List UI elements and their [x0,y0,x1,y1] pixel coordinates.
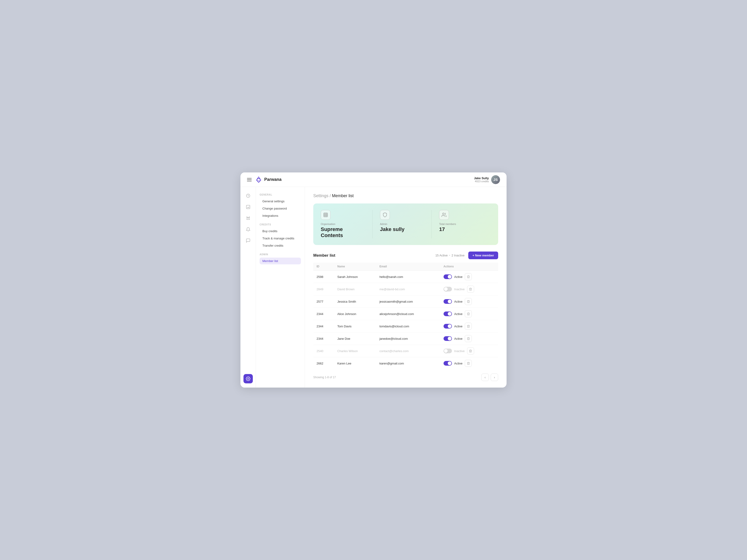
cell-id: 2662 [313,357,334,370]
user-credits: 4023 credits [474,180,489,183]
cell-id: 2540 [313,345,334,357]
sidebar-icon-dashboard[interactable] [243,191,253,201]
cell-actions: Active [440,295,498,308]
cell-actions: Active [440,332,498,345]
cell-email: me@david-bd.com [376,283,440,295]
pagination-prev[interactable]: ‹ [481,374,489,381]
cell-name: David Brown [334,283,376,295]
nav-item-track-credits[interactable]: Track & manage credits [260,235,301,242]
delete-button[interactable] [465,323,472,330]
stats-dot: • [449,254,450,257]
status-toggle[interactable] [443,324,452,328]
stat-organisation: Organisation Supreme Contents [321,210,372,238]
nav-label-admin: ADMIN [260,253,301,256]
table-row: 2540 Charles Wilson contact@charles.com … [313,345,498,357]
member-list-title: Member list [313,253,335,258]
status-toggle[interactable] [443,349,452,353]
status-label: Active [454,337,462,341]
svg-point-2 [248,378,249,379]
total-members-value: 17 [439,226,483,232]
app-name: Parwana [264,177,282,182]
main-content: Settings / Member list Organisation Supr… [305,187,507,388]
cell-id: 2344 [313,308,334,320]
cell-actions: Active [440,308,498,320]
delete-button[interactable] [465,310,472,317]
nav-item-buy-credits[interactable]: Buy credits [260,228,301,235]
breadcrumb-separator: / [330,193,332,198]
status-toggle[interactable] [443,336,452,341]
user-info: Jake Sully 4023 credits [474,177,489,183]
nav-item-general-settings[interactable]: General settings [260,198,301,205]
status-toggle[interactable] [443,274,452,279]
cell-actions: Active [440,271,498,283]
delete-button[interactable] [465,298,472,305]
table-row: 2662 Karen Lee karen@gmail.com Active [313,357,498,370]
status-label: Inactive [454,349,465,353]
delete-button[interactable] [467,347,474,354]
col-actions: Actions [440,263,498,271]
member-list-header: Member list 15 Active • 2 Inactive + New… [313,251,498,259]
table-row: 2344 Alice Johnson alicejohnson@icloud.c… [313,308,498,320]
total-members-icon [439,210,449,220]
sidebar-icon-analytics[interactable] [243,202,253,212]
cell-name: Jane Doe [334,332,376,345]
nav-section-credits: CREDITS Buy credits Track & manage credi… [260,223,301,249]
status-label: Active [454,312,462,316]
cell-name: Alice Johnson [334,308,376,320]
pagination-info: Showing 1-8 of 17 [313,376,336,379]
admin-icon [380,210,390,220]
delete-button[interactable] [465,360,472,367]
header-right: Jake Sully 4023 credits JS [474,175,500,184]
stat-admin: Admin Jake sully [380,210,432,238]
sidebar-icon-campaigns[interactable] [243,213,253,223]
cell-email: tomdavis@icloud.com [376,320,440,332]
pagination-buttons: ‹ › [481,374,498,381]
cell-id: 2577 [313,295,334,308]
member-table: ID Name Email Actions 2598 Sarah Johnson… [313,263,498,369]
nav-item-integrations[interactable]: Integrations [260,212,301,219]
cell-name: Tom Davis [334,320,376,332]
col-id: ID [313,263,334,271]
nav-item-change-password[interactable]: Change password [260,205,301,212]
hamburger-menu[interactable] [247,178,252,181]
status-toggle[interactable] [443,287,452,291]
breadcrumb-parent: Settings [313,193,329,198]
cell-name: Karen Lee [334,357,376,370]
table-row: 2344 Tom Davis tomdavis@icloud.com Activ… [313,320,498,332]
delete-button[interactable] [465,273,472,280]
nav-label-credits: CREDITS [260,223,301,226]
col-email: Email [376,263,440,271]
nav-item-transfer-credits[interactable]: Transfer credits [260,242,301,249]
svg-point-4 [443,213,444,215]
nav-item-member-list[interactable]: Member list [260,258,301,264]
breadcrumb-current: Member list [332,193,354,198]
avatar[interactable]: JS [491,175,500,184]
sidebar-icon-messages[interactable] [243,236,253,245]
status-toggle[interactable] [443,299,452,304]
avatar-image: JS [491,175,500,184]
cell-email: karen@gmail.com [376,357,440,370]
table-row: 2577 Jessica Smith jessicasmith@gmail.co… [313,295,498,308]
status-toggle[interactable] [443,312,452,316]
admin-label: Admin [380,222,424,225]
delete-button[interactable] [467,286,474,293]
status-label: Active [454,300,462,303]
cell-actions: Active [440,320,498,332]
status-toggle[interactable] [443,361,452,366]
new-member-button[interactable]: + New member [468,251,498,259]
organisation-value: Supreme Contents [321,226,365,238]
sidebar-icon-settings[interactable] [243,374,253,383]
cell-id: 2849 [313,283,334,295]
nav-sidebar: GENERAL General settings Change password… [256,187,305,388]
status-label: Inactive [454,288,465,291]
pagination-next[interactable]: › [491,374,498,381]
cell-id: 2344 [313,320,334,332]
cell-name: Charles Wilson [334,345,376,357]
sidebar-icon-notifications[interactable] [243,225,253,234]
header-left: Parwana [247,176,282,183]
cell-actions: Active [440,357,498,370]
delete-button[interactable] [465,335,472,342]
cell-id: 2344 [313,332,334,345]
admin-value: Jake sully [380,226,424,232]
cell-actions: Inactive [440,283,498,295]
